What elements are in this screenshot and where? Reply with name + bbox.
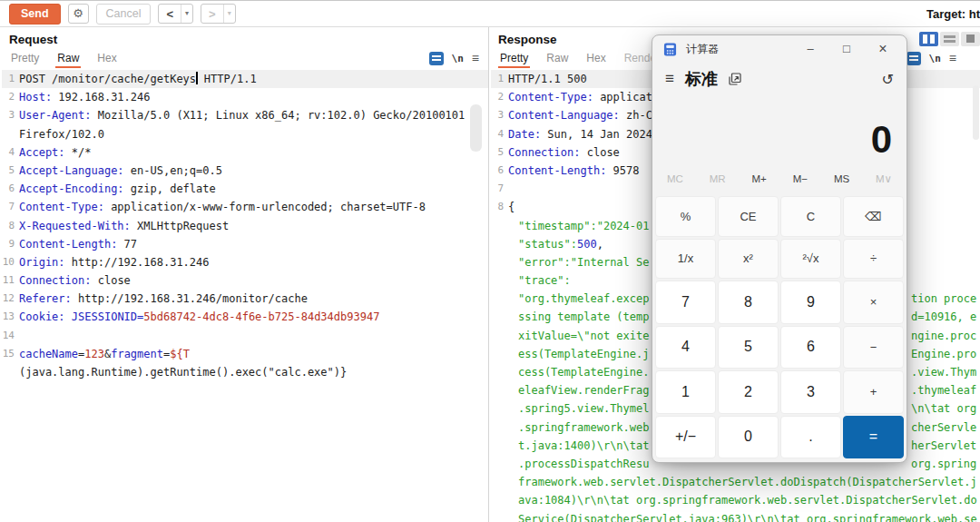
code-line: 14 xyxy=(2,327,488,345)
scrollbar-thumb[interactable] xyxy=(973,85,979,140)
pretty-format-icon[interactable] xyxy=(906,52,921,65)
calc-key-x²[interactable]: x² xyxy=(718,239,779,280)
maximize-button[interactable]: □ xyxy=(828,36,865,62)
memory-button-m+[interactable]: M+ xyxy=(752,173,767,184)
code-line: framework.web.servlet.DispatcherServlet.… xyxy=(491,473,980,491)
calc-key-⌫[interactable]: ⌫ xyxy=(843,196,904,237)
line-number: 12 xyxy=(2,290,15,308)
line-number: 5 xyxy=(2,162,15,180)
editor-menu-icon[interactable]: ≡ xyxy=(949,51,956,65)
close-button[interactable]: × xyxy=(865,36,901,62)
editor-menu-icon[interactable]: ≡ xyxy=(472,51,479,65)
cancel-button[interactable]: Cancel xyxy=(96,4,152,25)
calc-key-7[interactable]: 7 xyxy=(655,281,716,324)
memory-button-m∨[interactable]: M∨ xyxy=(876,172,892,185)
layout-single-icon[interactable] xyxy=(961,32,980,46)
show-newlines-icon[interactable]: \n xyxy=(452,53,464,64)
calc-key-8[interactable]: 8 xyxy=(718,281,779,324)
line-number: 10 xyxy=(2,253,15,271)
line-number xyxy=(491,437,504,455)
memory-button-mr[interactable]: MR xyxy=(710,173,726,184)
response-editor-icons: \n ≡ xyxy=(906,51,956,65)
calc-key-+[interactable]: + xyxy=(843,370,904,414)
calc-key-C[interactable]: C xyxy=(780,196,841,237)
tab-pretty[interactable]: Pretty xyxy=(9,49,41,68)
line-number xyxy=(491,345,504,363)
calc-key-4[interactable]: 4 xyxy=(655,326,716,369)
line-number: 15 xyxy=(2,345,15,363)
calc-key-1/x[interactable]: 1/x xyxy=(655,239,716,280)
minimize-button[interactable]: – xyxy=(792,36,828,62)
line-number xyxy=(2,125,15,143)
request-editor[interactable]: 1POST /monitor/cache/getKeys HTTP/1.12Ho… xyxy=(0,69,488,522)
line-number: 8 xyxy=(491,198,504,216)
line-number xyxy=(491,235,504,253)
target-label: Target: ht xyxy=(926,7,980,21)
code-line: 1POST /monitor/cache/getKeys HTTP/1.1 xyxy=(2,70,488,88)
tab-hex[interactable]: Hex xyxy=(584,49,607,68)
keep-on-top-icon[interactable] xyxy=(729,73,741,85)
calc-key-÷[interactable]: ÷ xyxy=(843,239,904,280)
burp-repeater-window: Send ⚙ Cancel < ▾ > ▾ Target: ht Request… xyxy=(0,0,980,522)
line-number: 3 xyxy=(491,106,504,124)
code-line: 15cacheName=123&fragment=${T xyxy=(2,345,488,363)
calc-key-5[interactable]: 5 xyxy=(718,326,779,369)
code-line: 4Accept: */* xyxy=(2,143,488,162)
calc-key-0[interactable]: 0 xyxy=(718,416,779,459)
send-button[interactable]: Send xyxy=(9,4,61,25)
line-number: 1 xyxy=(491,70,504,88)
tab-raw[interactable]: Raw xyxy=(55,49,81,68)
calculator-display-value: 0 xyxy=(871,121,892,159)
line-number: 9 xyxy=(2,235,15,253)
calc-key-1[interactable]: 1 xyxy=(655,370,716,414)
calculator-nav: ≡ 标准 ↺ xyxy=(652,63,906,95)
calc-key-=[interactable]: = xyxy=(843,416,904,459)
line-number xyxy=(491,217,504,235)
tab-hex[interactable]: Hex xyxy=(95,49,118,68)
line-number xyxy=(491,399,504,418)
code-line: 6Accept-Encoding: gzip, deflate xyxy=(2,180,488,198)
line-number xyxy=(491,473,504,491)
calc-key-6[interactable]: 6 xyxy=(780,326,841,369)
memory-button-ms[interactable]: MS xyxy=(834,173,849,184)
calculator-titlebar[interactable]: 计算器 – □ × xyxy=(652,35,906,63)
memory-button-m−[interactable]: M− xyxy=(793,173,808,184)
chevron-down-icon[interactable]: ▾ xyxy=(223,5,235,23)
calc-key-%[interactable]: % xyxy=(655,196,716,237)
forward-arrow: > xyxy=(201,5,223,23)
layout-columns-icon[interactable] xyxy=(919,32,938,46)
scrollbar-thumb[interactable] xyxy=(470,104,482,152)
calc-key-9[interactable]: 9 xyxy=(780,281,841,324)
line-number: 4 xyxy=(491,125,504,143)
calc-key-CE[interactable]: CE xyxy=(718,196,779,237)
calc-key-+/−[interactable]: +/− xyxy=(655,416,716,459)
layout-rows-icon[interactable] xyxy=(940,32,959,46)
pretty-format-icon[interactable] xyxy=(429,52,444,65)
calc-key-.[interactable]: . xyxy=(780,416,841,459)
calculator-icon xyxy=(663,43,677,56)
memory-button-mc[interactable]: MC xyxy=(667,173,683,184)
hamburger-menu-icon[interactable]: ≡ xyxy=(665,70,674,88)
history-icon[interactable]: ↺ xyxy=(882,71,894,88)
calc-key-2[interactable]: 2 xyxy=(718,370,779,414)
tab-raw[interactable]: Raw xyxy=(544,49,570,68)
show-newlines-icon[interactable]: \n xyxy=(929,53,941,64)
history-back-button[interactable]: < ▾ xyxy=(158,4,193,24)
gear-icon[interactable]: ⚙ xyxy=(68,4,89,24)
line-number: 7 xyxy=(491,180,504,198)
code-line: Firefox/102.0 xyxy=(2,125,488,143)
calc-key-×[interactable]: × xyxy=(843,281,904,324)
code-line: 9Content-Length: 77 xyxy=(2,235,488,253)
history-forward-button[interactable]: > ▾ xyxy=(201,4,236,24)
back-arrow: < xyxy=(159,5,181,23)
line-number xyxy=(491,510,504,522)
chevron-down-icon[interactable]: ▾ xyxy=(181,5,192,23)
line-number xyxy=(491,455,504,473)
tab-pretty[interactable]: Pretty xyxy=(498,49,530,68)
line-number xyxy=(491,290,504,308)
calc-key-−[interactable]: − xyxy=(843,326,904,369)
line-number: 1 xyxy=(2,70,15,88)
calc-key-3[interactable]: 3 xyxy=(780,370,841,414)
calc-key-²√x[interactable]: ²√x xyxy=(780,239,841,280)
code-line: 3User-Agent: Mozilla/5.0 (X11; Linux x86… xyxy=(2,106,488,124)
